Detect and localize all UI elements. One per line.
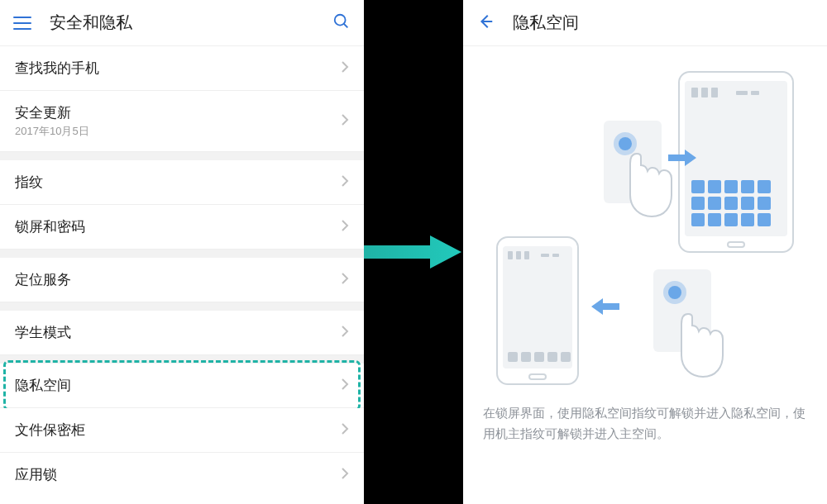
finger-icon <box>672 306 729 380</box>
row-location[interactable]: 定位服务 <box>0 258 364 302</box>
row-label: 文件保密柜 <box>15 421 341 440</box>
row-label: 指纹 <box>15 173 341 192</box>
row-lockscreen-password[interactable]: 锁屏和密码 <box>0 205 364 250</box>
page-title: 安全和隐私 <box>50 12 332 34</box>
chevron-right-icon <box>341 60 349 77</box>
svg-marker-5 <box>591 298 619 315</box>
row-label: 锁屏和密码 <box>15 217 341 236</box>
chevron-right-icon <box>341 219 349 235</box>
row-student-mode[interactable]: 学生模式 <box>0 311 364 355</box>
header: 安全和隐私 <box>0 0 364 46</box>
section-divider <box>0 152 364 160</box>
section-divider <box>0 302 364 311</box>
section-divider <box>0 250 364 258</box>
row-sublabel: 2017年10月5日 <box>15 124 341 139</box>
search-icon[interactable] <box>332 12 351 34</box>
chevron-right-icon <box>341 272 349 288</box>
row-find-my-phone[interactable]: 查找我的手机 <box>0 46 364 91</box>
arrow-right-icon <box>668 150 696 166</box>
menu-icon[interactable] <box>13 13 33 33</box>
row-label: 查找我的手机 <box>15 59 341 78</box>
row-private-space[interactable]: 隐私空间 <box>0 364 364 408</box>
row-app-lock[interactable]: 应用锁 <box>0 453 364 497</box>
svg-line-1 <box>344 23 348 27</box>
row-label: 应用锁 <box>15 465 341 484</box>
svg-marker-4 <box>668 150 696 166</box>
row-file-safe[interactable]: 文件保密柜 <box>0 408 364 453</box>
settings-list: 查找我的手机 安全更新 2017年10月5日 指纹 锁屏和密码 定位服务 学生模… <box>0 46 364 497</box>
chevron-right-icon <box>341 378 349 394</box>
caption-text: 在锁屏界面，使用隐私空间指纹可解锁并进入隐私空间，使用机主指纹可解锁并进入主空间… <box>463 393 827 444</box>
row-label: 定位服务 <box>15 270 341 289</box>
section-divider <box>0 355 364 364</box>
chevron-right-icon <box>341 174 349 191</box>
flow-arrow-icon <box>364 231 463 273</box>
private-space-screen: 隐私空间 <box>463 0 827 504</box>
chevron-right-icon <box>341 422 349 439</box>
arrow-left-icon <box>591 298 619 315</box>
row-label: 隐私空间 <box>15 376 341 395</box>
page-title: 隐私空间 <box>513 12 814 34</box>
settings-screen: 安全和隐私 查找我的手机 安全更新 2017年10月5日 指纹 锁屏和密码 定 <box>0 0 364 504</box>
row-label: 安全更新 <box>15 103 341 122</box>
row-label: 学生模式 <box>15 323 341 342</box>
chevron-right-icon <box>341 113 349 130</box>
header: 隐私空间 <box>463 0 827 46</box>
phone-illustration-private <box>496 236 579 385</box>
svg-point-0 <box>335 14 346 25</box>
back-icon[interactable] <box>476 12 495 34</box>
illustration <box>463 46 827 393</box>
svg-marker-2 <box>364 235 461 269</box>
chevron-right-icon <box>341 467 349 483</box>
chevron-right-icon <box>341 325 349 341</box>
row-fingerprint[interactable]: 指纹 <box>0 160 364 205</box>
row-security-update[interactable]: 安全更新 2017年10月5日 <box>0 91 364 152</box>
